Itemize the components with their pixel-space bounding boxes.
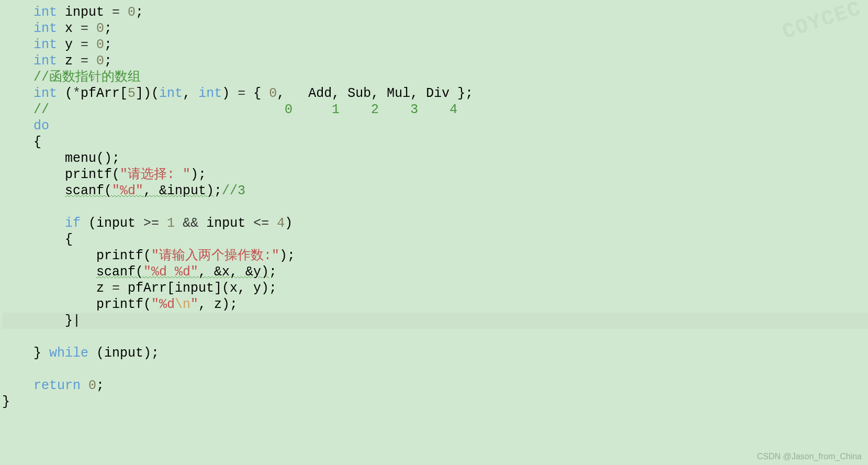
code-token: x — [57, 21, 81, 36]
code-token: "%d" — [112, 183, 143, 198]
code-token: ; — [104, 53, 112, 69]
code-token: = — [81, 21, 88, 36]
code-token: }| — [65, 313, 81, 328]
code-token: ; — [104, 37, 112, 52]
code-token: ) — [222, 86, 238, 101]
code-token: menu(); — [65, 151, 120, 166]
code-line[interactable]: do — [2, 118, 868, 134]
code-token: scanf( — [96, 264, 143, 280]
code-line[interactable]: return 0; — [2, 378, 868, 394]
code-token: while — [49, 346, 88, 361]
code-token: y — [57, 37, 81, 52]
code-token: , &x, &y) — [198, 264, 269, 280]
code-token: = — [81, 37, 88, 52]
code-token: 0 — [96, 53, 104, 69]
code-line[interactable]: printf("%d\n", z); — [2, 296, 868, 313]
code-line[interactable]: int x = 0; — [2, 20, 868, 37]
code-token: z — [57, 53, 81, 69]
code-line[interactable]: printf("请输入两个操作数:"); — [2, 248, 868, 264]
code-line[interactable]: } while (input); — [2, 345, 868, 361]
code-token: "请选择: " — [120, 167, 190, 182]
code-token: int — [159, 86, 183, 101]
code-token: { — [65, 232, 73, 247]
code-token: \n — [175, 297, 190, 312]
code-token: * — [73, 86, 81, 101]
code-token: = — [81, 53, 88, 69]
code-token: 0 — [88, 378, 96, 393]
code-editor-view[interactable]: int input = 0; int x = 0; int y = 0; int… — [0, 4, 868, 410]
code-token: int — [33, 53, 57, 69]
code-token: // 0 1 2 3 4 — [33, 102, 457, 117]
code-token: 0 — [269, 86, 277, 101]
code-line[interactable]: } — [2, 394, 868, 410]
code-token: && — [183, 216, 198, 231]
code-token: 0 — [96, 37, 104, 52]
code-token: (input — [81, 216, 143, 231]
code-token: ; — [136, 5, 143, 20]
code-token: { — [33, 135, 41, 150]
watermark-bottom: CSDN @Jason_from_China — [757, 451, 862, 462]
code-token: " — [190, 297, 198, 312]
code-token: 4 — [277, 216, 285, 231]
code-token: if — [65, 216, 81, 231]
code-token — [81, 378, 88, 393]
code-line[interactable]: { — [2, 231, 868, 248]
code-token: ; — [96, 378, 104, 393]
code-line[interactable]: scanf("%d %d", &x, &y); — [2, 264, 868, 280]
code-token: int — [33, 21, 57, 36]
code-line[interactable] — [2, 199, 868, 215]
code-token: pfArr[ — [81, 86, 128, 101]
code-token: >= — [143, 216, 159, 231]
code-line[interactable]: int y = 0; — [2, 37, 868, 53]
code-token — [159, 216, 167, 231]
code-line[interactable]: z = pfArr[input](x, y); — [2, 280, 868, 296]
code-line[interactable]: menu(); — [2, 150, 868, 167]
code-token — [175, 216, 183, 231]
code-token: "%d %d" — [143, 264, 198, 280]
code-line[interactable]: // 0 1 2 3 4 — [2, 102, 868, 118]
code-token: } — [33, 346, 49, 361]
code-line[interactable] — [2, 329, 868, 345]
code-token: ); — [190, 167, 206, 182]
code-token: 5 — [128, 86, 136, 101]
code-token: ; — [214, 183, 222, 198]
code-line[interactable]: int input = 0; — [2, 4, 868, 20]
code-token: <= — [253, 216, 269, 231]
code-line[interactable]: int z = 0; — [2, 53, 868, 69]
code-line[interactable]: //函数指针的数组 — [2, 69, 868, 85]
code-token: 0 — [128, 5, 136, 20]
code-line[interactable]: { — [2, 134, 868, 150]
code-token: } — [2, 394, 10, 409]
code-token — [88, 37, 96, 52]
code-line[interactable]: scanf("%d", &input);//3 — [2, 183, 868, 199]
code-token: pfArr[input](x, y); — [120, 281, 277, 296]
code-token: z — [96, 281, 112, 296]
code-token: "%d — [151, 297, 175, 312]
code-token: printf( — [96, 297, 151, 312]
code-token: , — [183, 86, 198, 101]
code-token: int — [33, 5, 57, 20]
code-line[interactable]: printf("请选择: "); — [2, 167, 868, 183]
code-token: 1 — [167, 216, 175, 231]
code-line[interactable]: }| — [2, 313, 868, 329]
code-token: , z); — [198, 297, 238, 312]
code-token: //函数指针的数组 — [33, 70, 141, 85]
code-line[interactable] — [2, 361, 868, 378]
code-token: , &input) — [143, 183, 214, 198]
code-token: ( — [57, 86, 73, 101]
code-token: return — [33, 378, 81, 393]
code-token: int — [33, 37, 57, 52]
code-line[interactable]: if (input >= 1 && input <= 4) — [2, 215, 868, 231]
code-token: printf( — [65, 167, 120, 182]
code-token: ); — [279, 248, 295, 263]
code-token: printf( — [96, 248, 151, 263]
code-token: int — [198, 86, 222, 101]
code-token: ])( — [136, 86, 159, 101]
code-line[interactable]: int (*pfArr[5])(int, int) = { 0, Add, Su… — [2, 85, 868, 102]
code-token: input — [57, 5, 112, 20]
code-token: ) — [285, 216, 292, 231]
code-token — [88, 21, 96, 36]
code-token: "请输入两个操作数:" — [151, 248, 279, 263]
code-token — [88, 53, 96, 69]
code-token — [269, 216, 277, 231]
